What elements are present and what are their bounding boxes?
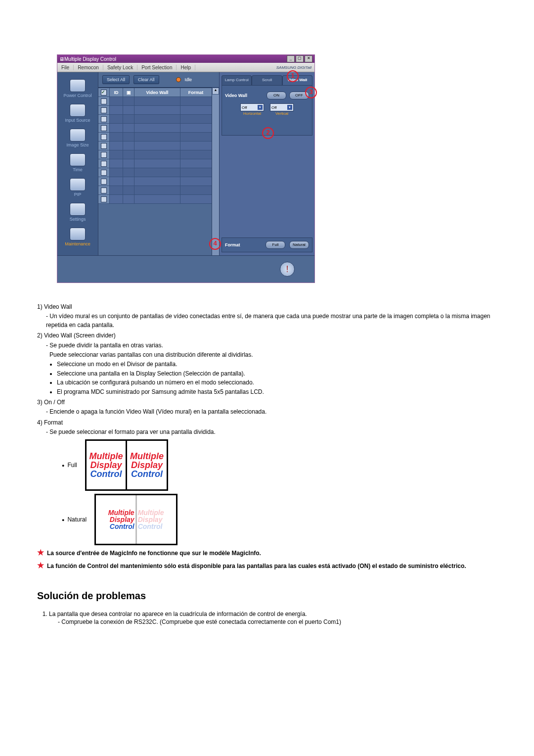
menu-file[interactable]: File: [57, 65, 74, 70]
bullet: El programa MDC suministrado por Samsung…: [57, 388, 497, 396]
thumb-natural-label: Natural: [62, 516, 87, 524]
close-button[interactable]: ✕: [305, 55, 312, 62]
scroll-up-button[interactable]: ▲: [212, 88, 219, 94]
thumb-full-label: Full: [62, 461, 77, 470]
menu-port-selection[interactable]: Port Selection: [137, 65, 177, 70]
nav-input-source[interactable]: Input Source: [57, 102, 98, 127]
window-footer: !: [57, 255, 314, 283]
row-checkbox[interactable]: [101, 179, 107, 185]
menu-remocon[interactable]: Remocon: [74, 65, 103, 70]
col-video-wall[interactable]: Video Wall: [134, 88, 180, 96]
idle-label: Idle: [185, 77, 192, 82]
app-icon: 🖥: [59, 56, 64, 62]
clear-all-button[interactable]: Clear All: [134, 75, 159, 84]
desc-2-line1: - Se puede dividir la pantalla en otras …: [46, 341, 497, 350]
chevron-down-icon: ▾: [258, 105, 263, 110]
idle-indicator-icon: [176, 77, 181, 82]
menubar: File Remocon Safety Lock Port Selection …: [57, 63, 314, 72]
row-checkbox[interactable]: [101, 107, 107, 113]
callout-3: 3: [305, 87, 317, 98]
tab-scroll[interactable]: Scroll: [252, 75, 282, 85]
grid-scrollbar[interactable]: ▲: [212, 88, 219, 255]
vertical-label: Vertical: [270, 111, 294, 116]
horizontal-dropdown[interactable]: Off▾: [240, 103, 264, 111]
desc-4-line: - Se puede seleccionar el formato para v…: [46, 428, 497, 436]
row-checkbox[interactable]: [101, 98, 107, 104]
callout-1: 1: [287, 70, 299, 82]
pip-icon: [70, 178, 86, 191]
nav-maintenance[interactable]: Maintenance: [57, 226, 98, 250]
callout-4: 4: [209, 238, 221, 250]
image-size-icon: [70, 129, 86, 142]
row-checkbox[interactable]: [101, 170, 107, 176]
star-icon: ★: [37, 549, 44, 558]
time-icon: [70, 153, 86, 166]
maintenance-icon: [70, 228, 86, 240]
warning-icon: !: [280, 262, 295, 277]
video-wall-label: Video Wall: [225, 93, 247, 98]
menu-help[interactable]: Help: [177, 65, 195, 70]
brand-label: SAMSUNG DIGITall: [273, 65, 314, 70]
window-titlebar[interactable]: 🖥 Multiple Display Control _ ▢ ✕: [57, 55, 314, 63]
desc-1-title: 1) Video Wall: [37, 303, 497, 311]
video-wall-on-button[interactable]: ON: [267, 92, 286, 99]
row-checkbox[interactable]: [101, 125, 107, 131]
grid-row[interactable]: [98, 159, 212, 168]
tab-lamp-control[interactable]: Lamp Control: [222, 75, 252, 85]
minimize-button[interactable]: _: [287, 55, 295, 62]
grid-row[interactable]: [98, 195, 212, 204]
bullet: La ubicación se configurará pulsando un …: [57, 378, 497, 387]
row-checkbox[interactable]: [101, 188, 107, 193]
settings-icon: [70, 203, 86, 216]
col-id[interactable]: ID: [110, 88, 123, 96]
col-format[interactable]: Format: [180, 88, 211, 96]
thumb-full: Multiple Display Control Multiple Displa…: [85, 439, 168, 491]
grid-row[interactable]: [98, 142, 212, 150]
toolbar: Select All Clear All Idle: [98, 72, 219, 88]
maximize-button[interactable]: ▢: [296, 55, 304, 62]
callout-2: 2: [262, 127, 274, 139]
header-checkbox[interactable]: [101, 90, 107, 95]
nav-image-size[interactable]: Image Size: [57, 127, 98, 151]
grid-row[interactable]: [98, 177, 212, 186]
format-natural-button[interactable]: Natural: [289, 241, 309, 249]
row-checkbox[interactable]: [101, 161, 107, 167]
nav-time[interactable]: Time: [57, 151, 98, 176]
chevron-down-icon: ▾: [287, 105, 292, 110]
menu-safety-lock[interactable]: Safety Lock: [103, 65, 137, 70]
grid-row[interactable]: [98, 150, 212, 159]
troubleshoot-heading: Solución de problemas: [37, 590, 497, 602]
desc-2-bullets: Seleccione un modo en el Divisor de pant…: [57, 360, 497, 396]
troubleshoot-q1: La pantalla que desea controlar no apare…: [49, 611, 307, 617]
col-status-icon: ▣: [123, 88, 134, 96]
window-title: Multiple Display Control: [64, 56, 116, 62]
bullet: Seleccione un modo en el Divisor de pant…: [57, 360, 497, 369]
grid-row[interactable]: [98, 97, 212, 106]
row-checkbox[interactable]: [101, 116, 107, 122]
bullet: Seleccione una pantalla en la Display Se…: [57, 370, 497, 378]
troubleshoot-q1-answer: - Compruebe la conexión de RS232C. (Comp…: [58, 618, 497, 625]
grid-row[interactable]: [98, 106, 212, 115]
row-checkbox[interactable]: [101, 152, 107, 158]
grid-row[interactable]: [98, 115, 212, 124]
nav-pip[interactable]: PIP: [57, 176, 98, 201]
desc-3-title: 3) On / Off: [37, 398, 497, 407]
select-all-button[interactable]: Select All: [102, 75, 130, 84]
vertical-dropdown[interactable]: Off▾: [270, 103, 294, 111]
row-checkbox[interactable]: [101, 134, 107, 140]
format-label: Format: [225, 242, 240, 247]
grid-row[interactable]: [98, 168, 212, 177]
format-full-button[interactable]: Full: [266, 241, 285, 249]
row-checkbox[interactable]: [101, 143, 107, 149]
desc-1-line: - Un vídeo mural es un conjunto de panta…: [46, 312, 497, 330]
grid-row[interactable]: [98, 186, 212, 195]
nav-settings[interactable]: Settings: [57, 201, 98, 226]
nav-power-control[interactable]: Power Control: [57, 77, 98, 102]
desc-3-line: - Enciende o apaga la función Video Wall…: [46, 408, 497, 416]
row-checkbox[interactable]: [101, 196, 107, 202]
thumb-natural: Multiple Display Control Multiple Displa…: [94, 494, 178, 545]
troubleshoot-list: La pantalla que desea controlar no apare…: [49, 611, 497, 625]
grid-row[interactable]: [98, 124, 212, 133]
grid-row[interactable]: [98, 133, 212, 142]
desc-2-line2: Puede seleccionar varias pantallas con u…: [49, 351, 497, 359]
